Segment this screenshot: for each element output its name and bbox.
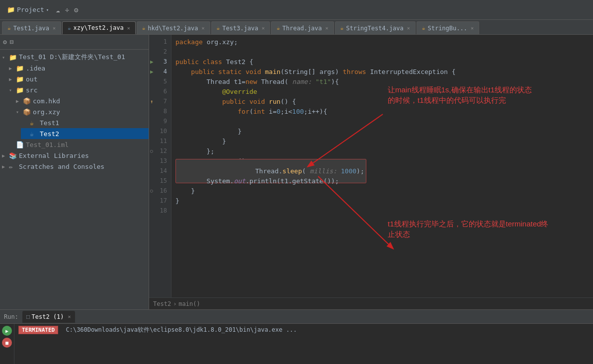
line-num-15: 15	[149, 176, 171, 186]
sidebar-settings-icon[interactable]: ⚙	[3, 38, 7, 46]
line-num-10: 10	[149, 126, 171, 136]
sidebar-item-out[interactable]: ▶ 📁 out	[7, 73, 149, 84]
tab-test2-hkd[interactable]: ☕ hkd\Test2.java ✕	[137, 21, 210, 34]
bottom-tab-close-icon[interactable]: ✕	[68, 314, 71, 319]
line-num-12: ○12	[149, 146, 171, 156]
sidebar-item-external-libs[interactable]: ▶ 📚 External Libraries	[0, 150, 149, 161]
sidebar: ⚙ ⊟ ▾ 📁 Test_01 D:\新建文件夹\Test_01 ▶ 📁 .id…	[0, 35, 149, 309]
tab-close-test2-xzy[interactable]: ✕	[127, 25, 130, 31]
sidebar-item-orgxzy[interactable]: ▾ 📦 org.xzy	[14, 106, 149, 117]
tab-label-test2-xzy: xzy\Test2.java	[74, 24, 124, 31]
split-icon[interactable]: ÷	[65, 6, 69, 14]
code-line-10: }	[175, 126, 589, 136]
tab-close-test1[interactable]: ✕	[53, 25, 56, 31]
bottom-tab-test2[interactable]: ⬚ Test2 (1) ✕	[22, 311, 75, 323]
sidebar-item-iml[interactable]: 📄 Test_01.iml	[7, 139, 149, 150]
tab-icon-test2-xzy: ☕	[68, 25, 71, 31]
code-line-18	[175, 206, 589, 216]
code-lines[interactable]: package org.xzy; public class Test2 { pu…	[171, 35, 593, 297]
java-icon: ☕	[30, 130, 38, 138]
tab-label-test2-hkd: hkd\Test2.java	[148, 25, 198, 32]
line-num-5: 5	[149, 76, 171, 86]
code-line-5: Thread t1=new Thread( name: "t1"){	[175, 76, 589, 86]
line-num-4: ▶4	[149, 67, 171, 76]
sidebar-item-test1[interactable]: ☕ Test1	[21, 117, 149, 128]
line-num-16: ○16	[149, 186, 171, 196]
tab-label-stringtest4: StringTest4.java	[346, 25, 404, 32]
tabs-bar: ☕ Test1.java ✕ ☕ xzy\Test2.java ✕ ☕ hkd\…	[0, 20, 593, 35]
tab-stringbu[interactable]: ☕ StringBu... ✕	[417, 21, 479, 34]
sidebar-tree: ▾ 📁 Test_01 D:\新建文件夹\Test_01 ▶ 📁 .idea ▶…	[0, 50, 149, 309]
tab-close-stringbu[interactable]: ✕	[471, 25, 474, 31]
sidebar-item-comhkd[interactable]: ▶ 📦 com.hkd	[14, 95, 149, 106]
line-num-13: 13	[149, 156, 171, 166]
java-icon: ☕	[30, 119, 38, 127]
breadcrumb-part2: main()	[178, 300, 200, 307]
line-num-14: 14	[149, 166, 171, 176]
settings-icon[interactable]: ⚙	[74, 6, 78, 14]
tab-test1[interactable]: ☕ Test1.java ✕	[2, 21, 61, 34]
bottom-control-buttons: ▶ ■	[0, 324, 14, 364]
sidebar-item-src[interactable]: ▾ 📁 src	[7, 84, 149, 95]
tab-label-test3: Test3.java	[222, 25, 258, 32]
stop-button[interactable]: ■	[2, 338, 12, 348]
sidebar-label-orgxzy: org.xzy	[33, 108, 60, 116]
code-line-9	[175, 116, 589, 126]
sidebar-label-test1: Test1	[40, 119, 59, 127]
tab-close-test2-hkd[interactable]: ✕	[202, 25, 205, 31]
arrow-icon: ▶	[2, 164, 9, 169]
sidebar-label-out: out	[26, 75, 37, 83]
tab-label-test1: Test1.java	[13, 25, 49, 32]
sidebar-label-idea: .idea	[26, 65, 45, 72]
sidebar-item-test01[interactable]: ▾ 📁 Test_01 D:\新建文件夹\Test_01	[0, 52, 149, 63]
line-num-6: 6	[149, 86, 171, 96]
sidebar-label-comhkd: com.hkd	[33, 97, 60, 105]
code-line-2	[175, 47, 589, 57]
tab-icon-test1: ☕	[7, 25, 11, 31]
output-path: C:\360Downloads\java软件\eclipse8.0\jdk1.8…	[66, 326, 297, 333]
run-arrow-icon-4: ▶	[150, 69, 154, 75]
arrow-icon: ▾	[2, 55, 9, 60]
tab-stringtest4[interactable]: ☕ StringTest4.java ✕	[335, 21, 416, 34]
line-num-3: ▶3	[149, 57, 171, 67]
arrow-icon: ▶	[2, 153, 9, 158]
code-line-17: }	[175, 196, 589, 206]
sidebar-collapse-icon[interactable]: ⊟	[10, 38, 14, 46]
sidebar-item-idea[interactable]: ▶ 📁 .idea	[7, 63, 149, 73]
folder-icon: 📁	[16, 86, 24, 94]
tab-icon-test2-hkd: ☕	[142, 25, 146, 31]
tab-test2-xzy[interactable]: ☕ xzy\Test2.java ✕	[62, 21, 136, 34]
run-button[interactable]: ▶	[2, 326, 12, 336]
run-label: Run:	[4, 313, 18, 320]
project-button[interactable]: 📁 Project ▾	[4, 5, 52, 14]
main-content: ⚙ ⊟ ▾ 📁 Test_01 D:\新建文件夹\Test_01 ▶ 📁 .id…	[0, 35, 593, 309]
sidebar-item-scratches[interactable]: ▶ ✏ Scratches and Consoles	[0, 161, 149, 172]
top-bar: 📁 Project ▾ ☁ ÷ ⚙	[0, 0, 593, 20]
bottom-tab-icon: ⬚	[26, 313, 30, 320]
line-num-1: 1	[149, 37, 171, 47]
line-num-18: 18	[149, 206, 171, 216]
code-line-4: public static void main(String[] args) t…	[175, 67, 589, 76]
line-num-9: 9	[149, 116, 171, 126]
tab-close-test3[interactable]: ✕	[261, 25, 264, 31]
libs-icon: 📚	[9, 152, 17, 159]
code-container[interactable]: 1 2 ▶3 ▶4 5 6 ↑7 8 9 10 11 ○12	[149, 35, 593, 297]
sidebar-label-test01: Test_01 D:\新建文件夹\Test_01	[19, 53, 125, 62]
tab-close-stringtest4[interactable]: ✕	[407, 25, 410, 31]
breadcrumb: Test2 › main()	[149, 297, 593, 309]
top-bar-icons: ☁ ÷ ⚙	[56, 6, 78, 14]
tab-thread[interactable]: ☕ Thread.java ✕	[271, 21, 334, 34]
sidebar-item-test2[interactable]: ☕ Test2	[21, 128, 149, 139]
code-line-6: @Override	[175, 86, 589, 96]
output-line-1: TERMINATED C:\360Downloads\java软件\eclips…	[18, 326, 589, 334]
sidebar-label-test2: Test2	[40, 130, 59, 138]
code-line-1: package org.xzy;	[175, 37, 589, 47]
line-num-2: 2	[149, 47, 171, 57]
tab-close-thread[interactable]: ✕	[326, 25, 329, 31]
folder-icon: 📁	[16, 65, 24, 72]
tab-test3[interactable]: ☕ Test3.java ✕	[211, 21, 270, 34]
sidebar-label-external-libs: External Libraries	[19, 152, 89, 159]
arrow-icon: ▶	[9, 76, 16, 82]
tab-icon-stringtest4: ☕	[340, 25, 344, 31]
cloud-icon[interactable]: ☁	[56, 6, 60, 14]
